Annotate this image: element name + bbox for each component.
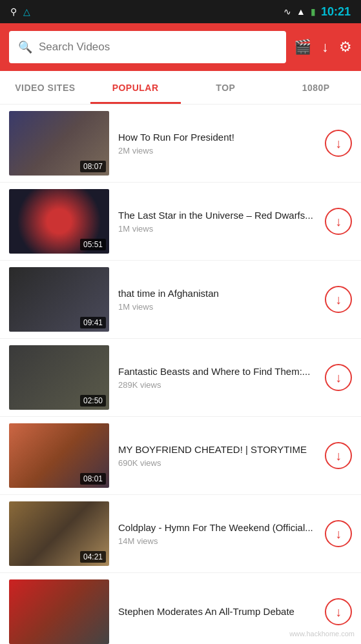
download-arrow-icon: ↓ bbox=[335, 449, 342, 462]
video-views: 2M views bbox=[118, 146, 316, 156]
tab-video-sites[interactable]: VIDEO SITES bbox=[0, 71, 90, 104]
video-info: MY BOYFRIEND CHEATED! | STORYTIME 690K v… bbox=[118, 443, 316, 468]
video-thumbnail[interactable]: 02:50 bbox=[9, 345, 109, 410]
download-button[interactable]: ↓ bbox=[325, 364, 352, 391]
search-input[interactable] bbox=[39, 41, 277, 54]
download-arrow-icon: ↓ bbox=[335, 215, 342, 228]
video-title: Stephen Moderates An All-Trump Debate bbox=[118, 605, 316, 618]
header-icons: 🎬 ↓ ⚙ bbox=[294, 39, 352, 55]
download-button[interactable]: ↓ bbox=[325, 286, 352, 313]
status-bar-right: ∿ ▲ ▮ 10:21 bbox=[284, 5, 351, 19]
shield-icon: △ bbox=[23, 6, 30, 17]
video-thumbnail[interactable]: 09:41 bbox=[9, 267, 109, 332]
video-info: Fantastic Beasts and Where to Find Them:… bbox=[118, 365, 316, 390]
video-views: 1M views bbox=[118, 302, 316, 312]
duration-badge: 02:50 bbox=[80, 395, 106, 407]
video-title: How To Run For President! bbox=[118, 131, 316, 144]
video-info: Stephen Moderates An All-Trump Debate bbox=[118, 605, 316, 618]
video-views: 289K views bbox=[118, 380, 316, 390]
video-title: MY BOYFRIEND CHEATED! | STORYTIME bbox=[118, 443, 316, 456]
video-info: that time in Afghanistan 1M views bbox=[118, 287, 316, 312]
video-list: 08:07 How To Run For President! 2M views… bbox=[0, 105, 361, 644]
battery-icon: ▮ bbox=[311, 6, 316, 17]
video-info: Coldplay - Hymn For The Weekend (Officia… bbox=[118, 521, 316, 547]
status-time: 10:21 bbox=[321, 5, 351, 19]
download-arrow-icon: ↓ bbox=[335, 527, 342, 540]
download-button[interactable]: ↓ bbox=[325, 598, 352, 625]
video-thumbnail[interactable] bbox=[9, 579, 109, 644]
wifi-icon: ∿ bbox=[284, 6, 291, 17]
video-thumbnail[interactable]: 04:21 bbox=[9, 501, 109, 566]
tabs-bar: VIDEO SITES POPULAR TOP 1080P bbox=[0, 71, 361, 105]
video-item: 08:01 MY BOYFRIEND CHEATED! | STORYTIME … bbox=[0, 417, 361, 495]
video-views: 1M views bbox=[118, 224, 316, 234]
search-box[interactable]: 🔍 bbox=[9, 31, 286, 63]
duration-badge: 08:07 bbox=[80, 161, 106, 172]
status-bar-left: ⚲ △ bbox=[10, 6, 30, 17]
status-bar: ⚲ △ ∿ ▲ ▮ 10:21 bbox=[0, 0, 361, 23]
app-header: 🔍 🎬 ↓ ⚙ bbox=[0, 23, 361, 71]
video-views: 14M views bbox=[118, 536, 316, 546]
download-arrow-icon: ↓ bbox=[335, 293, 342, 306]
search-icon: 🔍 bbox=[18, 40, 32, 54]
video-item: 08:07 How To Run For President! 2M views… bbox=[0, 105, 361, 183]
download-button[interactable]: ↓ bbox=[325, 208, 352, 235]
download-arrow-icon: ↓ bbox=[335, 605, 342, 618]
video-item: 02:50 Fantastic Beasts and Where to Find… bbox=[0, 339, 361, 417]
duration-badge: 09:41 bbox=[80, 317, 106, 328]
settings-icon[interactable]: ⚙ bbox=[339, 39, 352, 55]
tab-top[interactable]: TOP bbox=[181, 71, 271, 104]
video-info: How To Run For President! 2M views bbox=[118, 131, 316, 156]
video-thumbnail[interactable]: 08:01 bbox=[9, 423, 109, 488]
thumbnail-image bbox=[9, 579, 109, 644]
store-icon[interactable]: 🎬 bbox=[294, 39, 311, 55]
video-views: 690K views bbox=[118, 458, 316, 468]
video-item: 04:21 Coldplay - Hymn For The Weekend (O… bbox=[0, 495, 361, 573]
video-thumbnail[interactable]: 05:51 bbox=[9, 189, 109, 254]
search-status-icon: ⚲ bbox=[10, 6, 17, 17]
signal-icon: ▲ bbox=[296, 6, 305, 17]
video-title: Fantastic Beasts and Where to Find Them:… bbox=[118, 365, 316, 378]
video-item: 05:51 The Last Star in the Universe – Re… bbox=[0, 183, 361, 261]
video-item: 09:41 that time in Afghanistan 1M views … bbox=[0, 261, 361, 339]
watermark: www.hackhome.com bbox=[289, 630, 355, 638]
duration-badge: 05:51 bbox=[80, 239, 106, 250]
download-button[interactable]: ↓ bbox=[325, 442, 352, 469]
video-info: The Last Star in the Universe – Red Dwar… bbox=[118, 209, 316, 234]
download-button[interactable]: ↓ bbox=[325, 130, 352, 157]
download-arrow-icon: ↓ bbox=[335, 137, 342, 150]
video-thumbnail[interactable]: 08:07 bbox=[9, 111, 109, 176]
duration-badge: 04:21 bbox=[80, 551, 106, 563]
duration-badge: 08:01 bbox=[80, 473, 106, 485]
download-icon[interactable]: ↓ bbox=[322, 39, 329, 55]
download-arrow-icon: ↓ bbox=[335, 371, 342, 384]
video-title: that time in Afghanistan bbox=[118, 287, 316, 300]
tab-popular[interactable]: POPULAR bbox=[90, 71, 181, 104]
tab-1080p[interactable]: 1080P bbox=[271, 71, 361, 104]
download-button[interactable]: ↓ bbox=[325, 520, 352, 547]
video-title: The Last Star in the Universe – Red Dwar… bbox=[118, 209, 316, 222]
video-title: Coldplay - Hymn For The Weekend (Officia… bbox=[118, 521, 316, 534]
